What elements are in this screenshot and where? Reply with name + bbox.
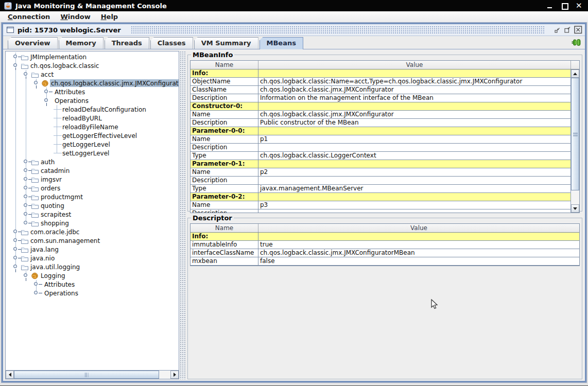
tree-node-ch-qos-logback-classic-jmx-jmxconfigurat[interactable]: ch.qos.logback.classic.jmx.JMXConfigurat: [6, 79, 179, 87]
tree-node-attributes[interactable]: Attributes: [6, 280, 179, 289]
minimize-window-icon[interactable]: [547, 3, 553, 9]
collapse-toggle-icon[interactable]: [44, 98, 49, 103]
expand-toggle-icon[interactable]: [24, 186, 28, 190]
tree-node-shopping[interactable]: shopping: [6, 219, 179, 227]
tree-node-attributes[interactable]: Attributes: [6, 87, 179, 96]
tree-node-java-util-logging[interactable]: java.util.logging: [6, 262, 179, 271]
maximize-window-icon[interactable]: [561, 3, 567, 9]
tree-node-logging[interactable]: Logging: [6, 271, 179, 280]
tree-node-quoting[interactable]: quoting: [6, 201, 179, 210]
scroll-up-icon[interactable]: [571, 69, 579, 78]
tree-node-java-nio[interactable]: java.nio: [6, 254, 179, 262]
tree-node-jmimplementation[interactable]: JMImplementation: [6, 52, 179, 61]
expand-toggle-icon[interactable]: [34, 282, 39, 287]
vertical-scrollbar-track[interactable]: [571, 190, 579, 204]
close-window-icon[interactable]: ✕: [576, 3, 582, 9]
tree-node-getloggerlevel[interactable]: getLoggerLevel: [6, 140, 179, 149]
expand-toggle-icon[interactable]: [24, 203, 28, 208]
expand-toggle-icon[interactable]: [44, 90, 49, 94]
collapse-toggle-icon[interactable]: [24, 72, 28, 77]
menu-window[interactable]: Window: [56, 12, 95, 22]
mbeaninfo-row[interactable]: Namep3: [191, 201, 570, 209]
menu-connection[interactable]: Connection: [3, 12, 55, 22]
collapse-toggle-icon[interactable]: [24, 273, 28, 278]
tree-node-operations[interactable]: Operations: [6, 96, 179, 105]
mbeaninfo-row[interactable]: ClassNamech.qos.logback.classic.jmx.JMXC…: [191, 86, 570, 94]
tree-node-reloaddefaultconfiguration[interactable]: reloadDefaultConfiguration: [6, 105, 179, 114]
mbeaninfo-row[interactable]: Typech.qos.logback.classic.LoggerContext: [191, 152, 570, 160]
expand-toggle-icon[interactable]: [34, 291, 39, 295]
collapse-toggle-icon[interactable]: [13, 63, 18, 68]
expand-toggle-icon[interactable]: [24, 212, 28, 217]
scroll-left-icon[interactable]: [6, 371, 14, 379]
internal-frame-titlebar[interactable]: pid: 15730 weblogic.Server: [3, 24, 585, 36]
tree-node-java-lang[interactable]: java.lang: [6, 245, 179, 254]
tree-node-com-oracle-jdbc[interactable]: com.oracle.jdbc: [6, 227, 179, 236]
expand-toggle-icon[interactable]: [13, 247, 18, 252]
descriptor-row[interactable]: interfaceClassNamech.qos.logback.classic…: [191, 249, 579, 257]
tab-memory[interactable]: Memory: [59, 37, 103, 49]
tree-node-com-sun-management[interactable]: com.sun.management: [6, 236, 179, 245]
mbeaninfo-row[interactable]: Namep2: [191, 168, 570, 177]
mbeaninfo-row[interactable]: Namep1: [191, 135, 570, 144]
column-header-value[interactable]: Value: [258, 61, 570, 69]
collapse-toggle-icon[interactable]: [13, 265, 18, 269]
mbeaninfo-row[interactable]: Typejavax.management.MBeanServer: [191, 185, 570, 193]
vertical-scrollbar-thumb[interactable]: [571, 78, 579, 190]
horizontal-scrollbar-track[interactable]: [159, 371, 170, 379]
tree-node-reloadbyurl[interactable]: reloadByURL: [6, 114, 179, 122]
mbeaninfo-row[interactable]: ObjectNamech.qos.logback.classic:Name=ac…: [191, 78, 570, 86]
tree-node-setloggerlevel[interactable]: setLoggerLevel: [6, 149, 179, 157]
mbeaninfo-row[interactable]: Description: [191, 209, 570, 213]
restore-frame-icon[interactable]: [564, 26, 571, 33]
tree-node-reloadbyfilename[interactable]: reloadByFileName: [6, 122, 179, 131]
scroll-right-icon[interactable]: [170, 371, 179, 379]
expand-toggle-icon[interactable]: [13, 256, 18, 260]
tab-overview[interactable]: Overview: [8, 37, 58, 49]
mbeaninfo-row[interactable]: DescriptionInformation on the management…: [191, 94, 570, 102]
tab-mbeans[interactable]: MBeans: [260, 37, 303, 49]
expand-toggle-icon[interactable]: [13, 230, 18, 234]
tab-classes[interactable]: Classes: [150, 37, 193, 49]
expand-toggle-icon[interactable]: [13, 55, 18, 59]
mbeaninfo-row[interactable]: Parameter-0-1:: [191, 160, 570, 168]
tree-node-imgsvr[interactable]: imgsvr: [6, 175, 179, 184]
column-header-name[interactable]: Name: [191, 61, 258, 69]
tree-node-getloggereffectivelevel[interactable]: getLoggerEffectiveLevel: [6, 131, 179, 140]
expand-toggle-icon[interactable]: [24, 195, 28, 199]
mbeaninfo-row[interactable]: Parameter-0-2:: [191, 193, 570, 201]
mbeaninfo-row[interactable]: Info:: [191, 69, 570, 78]
tree-node-catadmin[interactable]: catadmin: [6, 166, 179, 175]
mbeaninfo-row[interactable]: Description: [191, 144, 570, 152]
iconify-frame-icon[interactable]: [554, 27, 561, 33]
expand-toggle-icon[interactable]: [24, 160, 28, 164]
tree-node-ch-qos-logback-classic[interactable]: ch.qos.logback.classic: [6, 61, 179, 70]
descriptor-row[interactable]: immutableInfotrue: [191, 241, 579, 249]
mbeaninfo-row[interactable]: Parameter-0-0:: [191, 127, 570, 135]
tab-threads[interactable]: Threads: [105, 37, 149, 49]
menu-help[interactable]: Help: [96, 12, 123, 22]
mbeaninfo-row[interactable]: Description: [191, 177, 570, 185]
horizontal-scrollbar-thumb[interactable]: [14, 371, 159, 379]
expand-toggle-icon[interactable]: [24, 221, 28, 225]
tree-node-auth[interactable]: auth: [6, 157, 179, 166]
tree-node-acct[interactable]: acct: [6, 70, 179, 79]
descriptor-row[interactable]: Info:: [191, 233, 579, 241]
descriptor-row[interactable]: mxbeanfalse: [191, 257, 579, 266]
expand-toggle-icon[interactable]: [24, 177, 28, 182]
tree-node-operations[interactable]: Operations: [6, 289, 179, 297]
tree-node-orders[interactable]: orders: [6, 184, 179, 192]
scroll-down-icon[interactable]: [571, 204, 579, 213]
collapse-toggle-icon[interactable]: [34, 81, 39, 85]
expand-toggle-icon[interactable]: [24, 168, 28, 173]
tree-node-scrapitest[interactable]: scrapitest: [6, 210, 179, 219]
mbeaninfo-row[interactable]: DescriptionPublic constructor of the MBe…: [191, 119, 570, 127]
mbeaninfo-row[interactable]: Namech.qos.logback.classic.jmx.JMXConfig…: [191, 111, 570, 119]
tree-node-productmgmt[interactable]: productmgmt: [6, 192, 179, 201]
close-frame-icon[interactable]: [574, 26, 582, 34]
column-header-value[interactable]: Value: [258, 224, 579, 232]
tab-vm-summary[interactable]: VM Summary: [194, 37, 258, 49]
split-pane-divider[interactable]: [180, 51, 185, 379]
column-header-name[interactable]: Name: [191, 224, 258, 232]
expand-toggle-icon[interactable]: [13, 238, 18, 243]
